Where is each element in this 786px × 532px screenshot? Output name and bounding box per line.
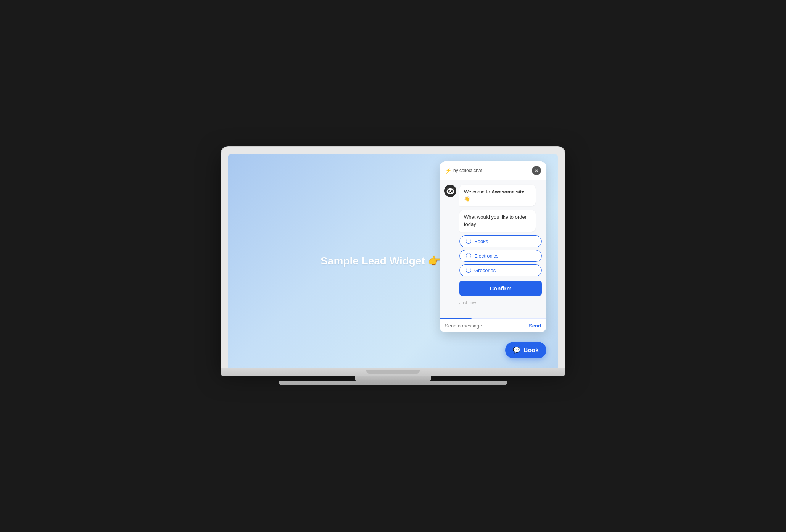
choices-section: Books Electronics Groceries Confirm Just… — [459, 235, 542, 305]
bot-avatar: 🐼 — [444, 185, 456, 197]
laptop-notch — [366, 370, 420, 374]
welcome-prefix: Welcome to — [464, 189, 491, 195]
brand-text: by collect.chat — [453, 168, 482, 173]
radio-groceries — [466, 268, 471, 273]
welcome-emoji: 👋 — [464, 196, 470, 202]
message-input[interactable] — [445, 323, 529, 329]
site-name: Awesome site — [491, 189, 524, 195]
electronics-label: Electronics — [474, 253, 499, 259]
choice-books[interactable]: Books — [459, 235, 542, 247]
radio-electronics — [466, 253, 471, 258]
chat-header: ⚡ by collect.chat × — [440, 161, 546, 180]
book-label: Book — [523, 347, 539, 354]
book-button[interactable]: 💬 Book — [505, 342, 546, 358]
lightning-icon: ⚡ — [445, 168, 451, 174]
chat-footer: Send — [440, 319, 546, 332]
groceries-label: Groceries — [474, 268, 496, 273]
close-button[interactable]: × — [532, 166, 541, 175]
choice-electronics[interactable]: Electronics — [459, 250, 542, 262]
hero-label: Sample Lead Widget — [321, 255, 425, 267]
timestamp: Just now — [459, 300, 542, 305]
laptop-screen: Sample Lead Widget 👉 ⚡ by collect.chat × — [228, 154, 558, 368]
laptop-base — [221, 368, 565, 376]
order-question-text: What would you like to order today — [464, 214, 527, 227]
radio-books — [466, 239, 471, 244]
welcome-message-row: 🐼 Welcome to Awesome site 👋 — [444, 185, 542, 206]
laptop-feet — [279, 381, 507, 385]
laptop-stand — [355, 376, 431, 381]
send-button[interactable]: Send — [529, 323, 541, 329]
laptop-wrapper: Sample Lead Widget 👉 ⚡ by collect.chat × — [221, 147, 565, 385]
welcome-bubble: Welcome to Awesome site 👋 — [459, 185, 536, 206]
order-question-row: What would you like to order today — [444, 210, 542, 231]
hero-text: Sample Lead Widget 👉 — [321, 255, 441, 267]
laptop-screen-outer: Sample Lead Widget 👉 ⚡ by collect.chat × — [221, 147, 565, 368]
chat-messages: 🐼 Welcome to Awesome site 👋 What would y… — [440, 180, 546, 318]
chat-widget: ⚡ by collect.chat × 🐼 Welcome to Awesome… — [440, 161, 546, 332]
order-question-bubble: What would you like to order today — [459, 210, 536, 231]
chat-brand: ⚡ by collect.chat — [445, 168, 482, 174]
confirm-button[interactable]: Confirm — [459, 281, 542, 296]
book-icon: 💬 — [513, 347, 520, 354]
books-label: Books — [474, 239, 488, 244]
choice-groceries[interactable]: Groceries — [459, 264, 542, 276]
